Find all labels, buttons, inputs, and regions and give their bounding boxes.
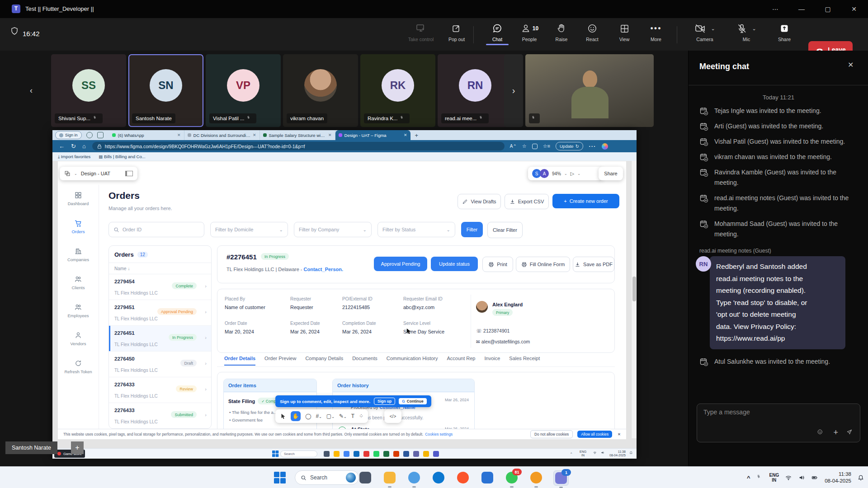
file-explorer-icon[interactable] — [382, 470, 397, 485]
app-icon-dark[interactable] — [358, 470, 373, 485]
browser-tab[interactable]: Design - UAT – Figma ✕ — [335, 130, 410, 140]
export-csv-button[interactable]: Export CSV — [505, 194, 549, 209]
send-icon[interactable] — [846, 429, 854, 437]
taskbar-app-icon[interactable] — [383, 451, 389, 457]
comment-tool-icon[interactable]: ◯ — [305, 413, 311, 419]
back-icon[interactable]: ← — [59, 143, 65, 150]
order-row[interactable]: 2276451 TL Flex Holdings LLC In Progress… — [109, 326, 211, 352]
video-tile[interactable]: vikram chavan — [283, 54, 358, 127]
favorite-star-icon[interactable]: ☆ — [522, 143, 527, 149]
update-status-button[interactable]: Update status — [431, 257, 478, 271]
pop-out-button[interactable]: Pop out — [441, 23, 472, 49]
chat-close-icon[interactable]: ✕ — [848, 61, 854, 69]
detail-tab[interactable]: Invoice — [484, 356, 500, 366]
filter-company-select[interactable]: Filter by Company⌄ — [294, 222, 372, 237]
filter-apply-button[interactable]: Filter — [461, 222, 483, 237]
url-field[interactable]: https://www.figma.com/design/9BKQ0FOHRWa… — [92, 142, 505, 150]
contact-person-link[interactable]: Contact_Person. — [304, 267, 343, 272]
chat-message-list[interactable]: Today 11:21 Tejas Ingle was invited to t… — [689, 89, 868, 399]
sidebar-item-dashboard[interactable]: Dashboard — [58, 185, 99, 213]
language-indicator[interactable]: ENGIN — [769, 473, 779, 483]
taskbar-app-icon[interactable] — [334, 451, 340, 457]
google-continue-button[interactable]: GContinue — [399, 398, 426, 404]
detail-tab[interactable]: Documents — [352, 356, 377, 366]
detail-tab[interactable]: Sales Receipt — [509, 356, 540, 366]
sidebar-item-employees[interactable]: Employees — [58, 297, 99, 325]
chat-button[interactable]: Chat — [481, 23, 513, 49]
detail-tab[interactable]: Order Details — [224, 356, 255, 366]
copilot-icon[interactable] — [602, 143, 608, 150]
tray-mic-icon[interactable] — [757, 474, 763, 481]
wifi-icon[interactable] — [593, 451, 598, 456]
pen-tool-icon[interactable]: ✎⌄ — [339, 413, 347, 419]
emoji-icon[interactable] — [817, 429, 825, 437]
order-row[interactable]: 2279454 TL Flex Holdings LLC Complete › — [109, 274, 211, 300]
share-button[interactable]: Share — [769, 23, 800, 49]
figma-share-button[interactable]: Share — [599, 167, 623, 180]
window-maximize-button[interactable]: ▢ — [817, 0, 838, 18]
edge-icon[interactable] — [431, 470, 446, 485]
mic-chevron-icon[interactable]: ⌄ — [752, 26, 756, 32]
create-new-order-button[interactable]: +Create new order — [552, 194, 619, 208]
window-minimize-button[interactable]: — — [791, 0, 812, 18]
taskbar-app-icon[interactable] — [354, 451, 359, 457]
dev-mode-toggle[interactable]: </> — [384, 409, 401, 423]
detail-tab[interactable]: Account Rep — [447, 356, 476, 366]
browser-scrollbar[interactable] — [631, 161, 637, 438]
present-icon[interactable]: ▷ — [571, 171, 574, 177]
filter-status-select[interactable]: Filter by Status⌄ — [377, 222, 455, 237]
sidebar-item-companies[interactable]: Companies — [58, 241, 99, 269]
detail-tab[interactable]: Company Details — [305, 356, 343, 366]
figma-doc-title[interactable]: Design - UAT — [81, 171, 110, 176]
filmstrip-prev-button[interactable]: ‹ — [30, 86, 33, 95]
workspaces-icon[interactable] — [97, 132, 104, 138]
browser-signin-chip[interactable]: Sign in — [55, 131, 82, 139]
browser-tab[interactable]: (6) WhatsApp ✕ — [109, 130, 184, 140]
bell-icon[interactable] — [858, 474, 864, 481]
cookie-close-icon[interactable]: ✕ — [618, 432, 621, 436]
layout-panel-icon[interactable] — [125, 171, 133, 176]
window-menu-button[interactable]: ⋯ — [765, 0, 786, 18]
approval-pending-button[interactable]: Approval Pending — [374, 257, 427, 271]
browser-update-button[interactable]: Update↻ — [556, 142, 583, 150]
video-tile-camera-feed[interactable] — [525, 54, 654, 127]
filmstrip-next-button[interactable]: › — [504, 54, 523, 127]
contact-phone[interactable]: ☏ 2123874901 — [476, 328, 509, 333]
sidebar-item-vendors[interactable]: Vendors — [58, 325, 99, 353]
figma-sign-up-button[interactable]: Sign up — [374, 398, 395, 405]
sidebar-item-orders[interactable]: Orders — [58, 213, 99, 241]
video-tile[interactable]: VP Vishal Patil ... — [206, 54, 281, 127]
camera-button[interactable]: ⌄ Camera — [684, 23, 726, 49]
chrome-icon[interactable] — [407, 470, 421, 485]
cookies-settings-link[interactable]: Cookies settings — [425, 432, 453, 436]
order-row[interactable]: 2276433 TL Flex Holdings LLC Review › — [109, 377, 211, 403]
start-button[interactable] — [272, 450, 278, 457]
brave-icon[interactable] — [456, 470, 470, 485]
taskbar-search[interactable]: Search — [295, 470, 359, 485]
browser-profile-icon[interactable] — [529, 470, 543, 485]
taskbar-app-icon[interactable] — [393, 451, 399, 457]
taskbar-app-icon[interactable] — [433, 451, 439, 457]
tab-close-icon[interactable]: ✕ — [177, 133, 181, 137]
mic-button[interactable]: ⌄ Mic — [726, 23, 767, 49]
figma-menu-icon[interactable] — [64, 170, 71, 177]
more-button[interactable]: ••• More — [640, 23, 672, 49]
sidebar-item-refresh-token[interactable]: Refresh Token — [58, 353, 99, 381]
volume-icon[interactable] — [601, 451, 606, 456]
bookmark-bills[interactable]: ▤ Bills | Billing and Co... — [99, 154, 145, 159]
raise-hand-button[interactable]: Raise — [546, 23, 577, 49]
video-tile[interactable]: SN Santosh Narate — [128, 54, 203, 127]
start-button[interactable] — [274, 472, 286, 483]
tab-close-icon[interactable]: ✕ — [253, 133, 256, 137]
taskbar-app-icon[interactable] — [373, 451, 379, 457]
reload-icon[interactable]: ↻ — [71, 143, 76, 150]
favorites-bar-icon[interactable]: ☆≡ — [543, 143, 550, 149]
taskbar-app-icon[interactable] — [324, 451, 330, 457]
view-button[interactable]: View — [609, 23, 640, 49]
copilot-tab-icon[interactable] — [86, 132, 93, 138]
taskbar-app-icon[interactable] — [344, 451, 349, 457]
allow-cookies-button[interactable]: Allow all cookies — [577, 431, 612, 438]
order-row[interactable]: 2276450 TL Flex Holdings LLC Draft › — [109, 352, 211, 377]
language-indicator[interactable]: ENGIN — [580, 450, 586, 457]
tray-expand-icon[interactable]: ^ — [747, 474, 750, 481]
